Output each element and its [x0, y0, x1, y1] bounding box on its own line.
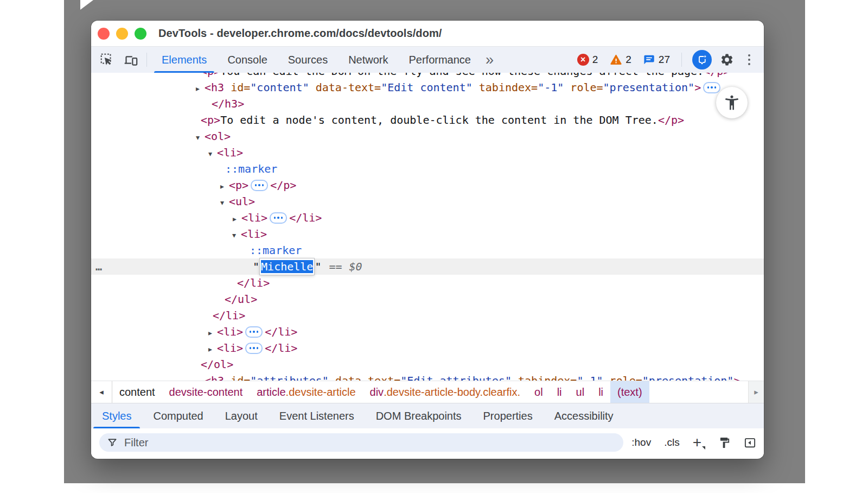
warnings-badge[interactable]: 2 [610, 54, 631, 66]
text-node-edit-box[interactable]: Michelle [260, 258, 314, 275]
disclosure-arrow-icon[interactable]: ▸ [220, 178, 229, 194]
dom-tree-row[interactable]: ▾<li> [91, 226, 764, 242]
inspect-element-icon[interactable] [99, 52, 115, 68]
dom-tree-row[interactable]: ::marker [91, 242, 764, 258]
disclosure-arrow-icon[interactable]: ▾ [196, 129, 205, 146]
filter-bar-actions: :hov .cls + [631, 435, 756, 450]
ellipsis-expand-icon[interactable] [703, 82, 720, 93]
errors-badge[interactable]: × 2 [577, 54, 598, 66]
breadcrumb-item-article-devsite-article[interactable]: article.devsite-article [250, 381, 362, 403]
issues-badge[interactable]: 27 [643, 54, 670, 66]
gear-icon [720, 53, 734, 67]
ellipsis-expand-icon[interactable] [270, 212, 287, 224]
dom-tree-row[interactable]: <p>To edit a node's content, double-clic… [91, 112, 764, 128]
disclosure-arrow-icon[interactable]: ▾ [208, 146, 217, 162]
dom-tree-row[interactable]: </li> [91, 307, 764, 324]
dom-tree-row[interactable]: ▸<h3 id="content" data-text="Edit conten… [91, 79, 764, 96]
breadcrumb-item-content[interactable]: content [112, 381, 162, 403]
zoom-window-button[interactable] [135, 28, 146, 40]
tab-network[interactable]: Network [338, 47, 398, 73]
accessibility-person-icon [723, 94, 741, 111]
dom-tree-row[interactable]: </ol> [91, 356, 764, 372]
tab-elements[interactable]: Elements [151, 47, 217, 73]
tab-event-listeners[interactable]: Event Listeners [279, 403, 354, 428]
dom-tree-row[interactable]: ▸<li></li> [91, 210, 764, 226]
dom-tree-row[interactable]: ▸<li></li> [91, 340, 764, 356]
ellipsis-expand-icon[interactable] [251, 180, 268, 191]
issues-count: 27 [659, 54, 670, 66]
dock-sidebar-toggle-button[interactable] [744, 437, 756, 449]
breadcrumb-item-devsite-content[interactable]: devsite-content [162, 381, 250, 403]
disclosure-arrow-icon[interactable]: ▸ [196, 374, 205, 381]
dom-tree-row[interactable]: ::marker [91, 161, 764, 177]
dom-tree-row[interactable]: …"Michelle"==$0 [91, 258, 764, 275]
breadcrumb-item-div-devsite-article-body-clearfix[interactable]: div.devsite-article-body.clearfix. [363, 381, 528, 403]
panel-tabs: ElementsConsoleSourcesNetworkPerformance [151, 47, 481, 73]
dom-tree-row[interactable]: ▸<h3 id="attributes" data-text="Edit att… [91, 372, 764, 381]
breadcrumb-item-text[interactable]: (text) [610, 381, 649, 403]
error-count: 2 [592, 54, 598, 66]
dom-tree-row[interactable]: ▾<ol> [91, 128, 764, 144]
dom-tree-row[interactable]: ▸<li></li> [91, 324, 764, 340]
styles-pane-tabbar: StylesComputedLayoutEvent ListenersDOM B… [91, 403, 764, 428]
new-style-rule-button[interactable]: + [693, 435, 705, 450]
device-toolbar-icon[interactable] [123, 52, 139, 68]
tab-sources[interactable]: Sources [278, 47, 338, 73]
accessibility-floating-button[interactable] [716, 87, 748, 118]
toggle-element-classes-button[interactable]: .cls [664, 437, 680, 448]
dom-tree-row[interactable]: </ul> [91, 291, 764, 307]
settings-button[interactable] [718, 50, 736, 69]
ellipsis-expand-icon[interactable] [245, 343, 263, 354]
breadcrumb-item-li[interactable]: li [591, 381, 610, 403]
warning-icon [610, 54, 622, 66]
rendering-emulation-button[interactable] [718, 437, 731, 449]
disclosure-arrow-icon[interactable]: ▸ [208, 325, 217, 341]
minimize-window-button[interactable] [116, 28, 128, 40]
devtools-toolbar: ElementsConsoleSourcesNetworkPerformance… [91, 47, 764, 73]
breadcrumb-bar: ◂ contentdevsite-contentarticle.devsite-… [91, 381, 764, 403]
tab-performance[interactable]: Performance [399, 47, 482, 73]
disclosure-arrow-icon[interactable]: ▾ [232, 227, 241, 243]
disclosure-arrow-icon[interactable]: ▸ [196, 80, 205, 97]
dom-tree-row[interactable]: </li> [91, 275, 764, 291]
dom-tree-row[interactable]: ▾<ul> [91, 193, 764, 210]
window-title: DevTools - developer.chrome.com/docs/dev… [158, 27, 442, 40]
traffic-lights [98, 28, 146, 40]
disclosure-arrow-icon[interactable]: ▸ [233, 211, 241, 227]
message-icon [643, 54, 655, 66]
kebab-icon [748, 54, 750, 65]
toggle-hover-state-button[interactable]: :hov [631, 437, 651, 448]
ellipsis-expand-icon[interactable] [245, 326, 263, 338]
tab-dom-breakpoints[interactable]: DOM Breakpoints [376, 403, 462, 428]
dom-tree-row[interactable]: ▸<p></p> [91, 177, 764, 193]
toolbar-badges: × 2 2 27 [577, 50, 758, 69]
tab-styles[interactable]: Styles [102, 403, 131, 428]
ai-sparkle-icon [696, 54, 709, 66]
filter-input[interactable] [123, 436, 623, 450]
main-menu-button[interactable] [740, 50, 758, 69]
tab-computed[interactable]: Computed [153, 403, 203, 428]
breadcrumb-scroll-right-button[interactable]: ▸ [748, 381, 764, 403]
paint-brush-icon [718, 437, 731, 449]
breadcrumb-item-ul[interactable]: ul [569, 381, 592, 403]
tab-layout[interactable]: Layout [225, 403, 258, 428]
disclosure-arrow-icon[interactable]: ▾ [220, 194, 229, 211]
tab-accessibility[interactable]: Accessibility [554, 403, 614, 428]
dom-tree-row[interactable]: </h3> [91, 96, 764, 112]
dom-tree-row[interactable]: ▾<li> [91, 144, 764, 161]
dom-tree-row[interactable]: <p>You can edit the DOM on the fly and s… [91, 73, 764, 79]
breadcrumb-item-ol[interactable]: ol [527, 381, 550, 403]
devtools-window: DevTools - developer.chrome.com/docs/dev… [91, 21, 764, 459]
selected-text: Michelle [261, 260, 313, 273]
tab-properties[interactable]: Properties [483, 403, 533, 428]
more-tabs-icon[interactable]: » [482, 53, 497, 67]
error-icon: × [577, 54, 589, 66]
disclosure-arrow-icon[interactable]: ▸ [208, 341, 217, 357]
breadcrumb-item-li[interactable]: li [550, 381, 569, 403]
filter-field[interactable] [99, 433, 623, 452]
dom-tree[interactable]: <p>You can edit the DOM on the fly and s… [91, 73, 764, 381]
tab-console[interactable]: Console [217, 47, 277, 73]
breadcrumb-scroll-left-button[interactable]: ◂ [91, 381, 112, 403]
close-window-button[interactable] [98, 28, 110, 40]
ai-assistance-button[interactable] [692, 50, 712, 69]
